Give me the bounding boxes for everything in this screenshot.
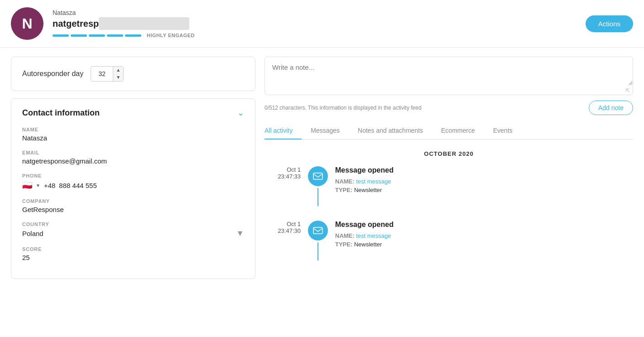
score-label: SCORE bbox=[22, 246, 244, 252]
email-value: natgetresponse@gmail.com bbox=[22, 157, 244, 165]
timeline: Oct 1 23:47:33 Message opened bbox=[264, 166, 633, 260]
svg-rect-1 bbox=[313, 227, 322, 234]
contact-info-header: Contact information ⌄ bbox=[22, 108, 244, 118]
tab-notes-attachments[interactable]: Notes and attachments bbox=[349, 122, 432, 140]
timeline-item: Oct 1 23:47:30 Message opened NA bbox=[264, 221, 633, 260]
timeline-line-2 bbox=[317, 242, 318, 260]
header-info: Natasza natgetresp HIGHLY ENGAGED bbox=[53, 9, 586, 38]
flag-icon: 🇵🇱 bbox=[22, 180, 32, 190]
timeline-content: Message opened NAME: test message TYPE: … bbox=[335, 166, 633, 195]
header-email-prefix: natgetresp bbox=[53, 19, 99, 29]
event-date: Oct 1 bbox=[264, 166, 301, 173]
event-time: 23:47:33 bbox=[264, 173, 301, 180]
day-input[interactable] bbox=[91, 67, 113, 80]
actions-button[interactable]: Actions bbox=[586, 15, 633, 32]
note-meta: 0/512 characters. This information is di… bbox=[264, 101, 633, 115]
event-time: 23:47:30 bbox=[264, 227, 301, 234]
timeline-item: Oct 1 23:47:33 Message opened bbox=[264, 166, 633, 206]
field-name: NAME Natasza bbox=[22, 127, 244, 142]
month-header: OCTOBER 2020 bbox=[264, 150, 633, 157]
resize-handle: ⇱ bbox=[265, 87, 633, 95]
tab-messages[interactable]: Messages bbox=[302, 122, 349, 140]
event-type-field-2: TYPE: Newsletter bbox=[335, 241, 633, 248]
company-label: COMPANY bbox=[22, 198, 244, 204]
email-label: EMAIL bbox=[22, 150, 244, 155]
field-score: SCORE 25 bbox=[22, 246, 244, 261]
note-textarea[interactable] bbox=[265, 57, 633, 85]
phone-label: PHONE bbox=[22, 173, 244, 178]
page-header: N Natasza natgetresp HIGHLY ENGAGED Acti… bbox=[0, 0, 644, 48]
bar-segment-3 bbox=[89, 34, 105, 37]
field-phone: PHONE 🇵🇱 ▼ +48 888 444 555 bbox=[22, 173, 244, 190]
event-name-field: NAME: test message bbox=[335, 178, 633, 185]
main-content: Autoresponder day ▲ ▼ Contact informatio… bbox=[0, 48, 644, 288]
country-value: Poland bbox=[22, 230, 43, 237]
message-opened-icon bbox=[308, 166, 328, 186]
tab-all-activity[interactable]: All activity bbox=[264, 122, 302, 140]
header-email-redacted bbox=[99, 17, 189, 30]
event-title-2: Message opened bbox=[335, 221, 633, 229]
bar-segment-2 bbox=[71, 34, 87, 37]
field-email: EMAIL natgetresponse@gmail.com bbox=[22, 150, 244, 165]
resize-icon: ⇱ bbox=[625, 87, 630, 94]
engagement-bar: HIGHLY ENGAGED bbox=[53, 33, 586, 38]
score-value: 25 bbox=[22, 254, 244, 261]
tab-ecommerce[interactable]: Ecommerce bbox=[432, 122, 484, 140]
field-company: COMPANY GetResponse bbox=[22, 198, 244, 213]
timeline-date: Oct 1 23:47:30 bbox=[264, 221, 301, 234]
add-note-button[interactable]: Add note bbox=[589, 101, 633, 115]
svg-rect-0 bbox=[313, 173, 322, 179]
spin-up-button[interactable]: ▲ bbox=[113, 67, 123, 74]
country-label: COUNTRY bbox=[22, 221, 244, 227]
contact-info-title: Contact information bbox=[22, 108, 100, 118]
note-char-count: 0/512 characters. This information is di… bbox=[264, 105, 422, 111]
timeline-content-2: Message opened NAME: test message TYPE: … bbox=[335, 221, 633, 250]
day-spinners: ▲ ▼ bbox=[113, 67, 123, 81]
event-date: Oct 1 bbox=[264, 221, 301, 227]
right-panel: ⇱ 0/512 characters. This information is … bbox=[264, 57, 633, 279]
bar-segment-4 bbox=[107, 34, 123, 37]
bar-segment-1 bbox=[53, 34, 69, 37]
day-input-wrapper: ▲ ▼ bbox=[91, 66, 124, 82]
engagement-label: HIGHLY ENGAGED bbox=[147, 33, 195, 38]
country-row: Poland ▼ bbox=[22, 229, 244, 238]
phone-prefix: +48 bbox=[44, 182, 55, 189]
left-panel: Autoresponder day ▲ ▼ Contact informatio… bbox=[11, 57, 255, 279]
autoresponder-card: Autoresponder day ▲ ▼ bbox=[11, 57, 255, 91]
message-opened-icon-2 bbox=[308, 221, 328, 241]
chevron-down-icon[interactable]: ⌄ bbox=[237, 108, 244, 118]
event-name-field-2: NAME: test message bbox=[335, 232, 633, 239]
tab-events[interactable]: Events bbox=[484, 122, 522, 140]
contact-info-card: Contact information ⌄ NAME Natasza EMAIL… bbox=[11, 98, 255, 279]
field-country: COUNTRY Poland ▼ bbox=[22, 221, 244, 238]
timeline-connector bbox=[308, 166, 328, 206]
country-dropdown-icon[interactable]: ▼ bbox=[236, 229, 244, 238]
activity-tabs: All activity Messages Notes and attachme… bbox=[264, 122, 633, 140]
phone-row: 🇵🇱 ▼ +48 888 444 555 bbox=[22, 180, 244, 190]
contact-name-small: Natasza bbox=[53, 9, 586, 16]
timeline-line bbox=[317, 188, 318, 206]
event-title: Message opened bbox=[335, 166, 633, 174]
company-value: GetResponse bbox=[22, 206, 244, 213]
avatar: N bbox=[11, 7, 43, 40]
note-area-wrapper: ⇱ bbox=[264, 57, 633, 95]
bar-segment-5 bbox=[125, 34, 141, 37]
flag-dropdown[interactable]: ▼ bbox=[36, 183, 40, 188]
timeline-connector bbox=[308, 221, 328, 260]
name-value: Natasza bbox=[22, 134, 244, 142]
timeline-date: Oct 1 23:47:33 bbox=[264, 166, 301, 180]
autoresponder-label: Autoresponder day bbox=[22, 70, 83, 78]
phone-number: 888 444 555 bbox=[59, 182, 96, 189]
name-label: NAME bbox=[22, 127, 244, 132]
event-type-field: TYPE: Newsletter bbox=[335, 187, 633, 193]
spin-down-button[interactable]: ▼ bbox=[113, 74, 123, 81]
header-email-row: natgetresp bbox=[53, 17, 586, 30]
